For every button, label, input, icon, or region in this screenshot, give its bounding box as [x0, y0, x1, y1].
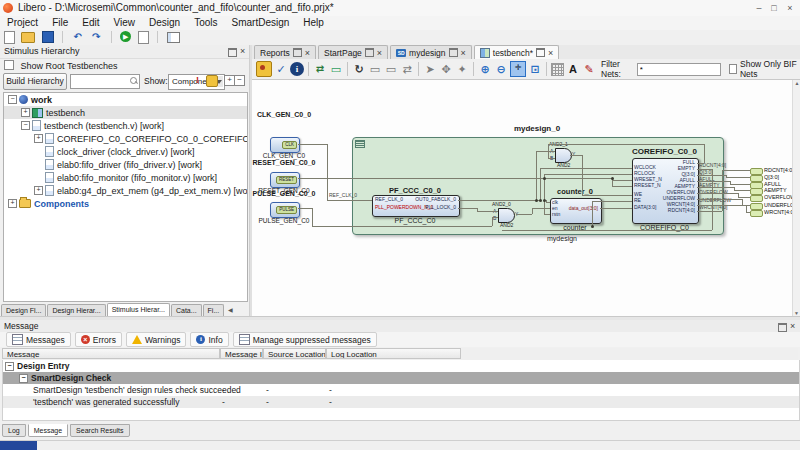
menu-design[interactable]: Design — [142, 16, 187, 30]
close-tab-icon[interactable]: × — [548, 49, 553, 57]
tree-item[interactable]: +clock_driver (clock_driver.v) [work] — [4, 145, 247, 158]
close-tab-icon[interactable]: × — [377, 49, 382, 57]
errors-filter[interactable]: ×Errors — [75, 332, 122, 347]
tree-expander-icon[interactable]: + — [34, 134, 43, 143]
tree-expander-icon[interactable]: + — [8, 199, 17, 208]
float-tab-icon[interactable] — [449, 48, 458, 57]
minimize-button[interactable]: – — [752, 2, 766, 14]
edit-net-icon[interactable]: ✎ — [582, 62, 596, 76]
output-pin[interactable] — [750, 168, 763, 175]
undo-icon[interactable]: ↶ — [72, 31, 84, 43]
report-icon[interactable] — [138, 31, 149, 44]
message-tab-searchresults[interactable]: Search Results — [70, 424, 129, 437]
tree-item[interactable]: +COREFIFO_C0_COREFIFO_C0_0_COREFIFO (COR… — [4, 132, 247, 145]
warnings-filter[interactable]: Warnings — [126, 332, 187, 347]
doc-tab-Reports[interactable]: Reports× — [254, 45, 316, 59]
tree-expander-icon[interactable]: + — [21, 108, 30, 117]
info-icon[interactable]: i — [290, 62, 304, 76]
zoom-selection-icon[interactable]: ⊡ — [528, 62, 542, 76]
generator-block[interactable]: PULSE — [270, 202, 300, 218]
messages-filter[interactable]: Messages — [6, 332, 71, 347]
message-tab-message[interactable]: Message — [28, 424, 68, 437]
close-panel-icon[interactable]: × — [240, 47, 245, 55]
tree-item[interactable]: +Components — [4, 197, 247, 210]
window-layout-icon[interactable] — [167, 32, 180, 43]
promote-pin-icon[interactable]: ▭ — [368, 62, 382, 76]
maximize-button[interactable]: □ — [767, 2, 781, 14]
doc-tab-StartPage[interactable]: StartPage× — [318, 45, 388, 59]
filter-nets-input[interactable] — [637, 63, 721, 76]
show-root-checkbox[interactable] — [4, 60, 14, 70]
tree-item[interactable]: +elab0:fifo_driver (fifo_driver.v) [work… — [4, 158, 247, 171]
canvas-vertical-scrollbar[interactable]: ▲ ▼ — [792, 80, 800, 316]
output-pin[interactable] — [750, 210, 763, 217]
tree-item[interactable]: +testbench — [4, 106, 247, 119]
message-row[interactable]: −Design Entry — [3, 360, 799, 372]
close-button[interactable]: × — [783, 2, 797, 14]
tab-scroll-left-icon[interactable]: ◀ — [228, 306, 233, 313]
menu-project[interactable]: Project — [0, 16, 45, 30]
generator-block[interactable]: CLK — [270, 137, 300, 153]
float-panel-icon[interactable] — [778, 323, 787, 332]
row-expander-icon[interactable]: − — [5, 362, 14, 371]
info-filter[interactable]: iInfo — [190, 332, 228, 347]
doc-tab-mydesign[interactable]: SDmydesign× — [390, 45, 472, 59]
tree-expander-icon[interactable]: − — [21, 121, 30, 130]
float-tab-icon[interactable] — [365, 48, 374, 57]
generate-component-icon[interactable] — [256, 61, 272, 77]
zoom-to-fit-icon[interactable]: ✛ — [510, 61, 526, 77]
stimulus-search-input[interactable] — [70, 74, 140, 89]
close-tab-icon[interactable]: × — [305, 49, 310, 57]
tree-item[interactable]: +elab0:g4_dp_ext_mem (g4_dp_ext_mem.v) [… — [4, 184, 247, 197]
expand-canvas-icon[interactable]: ✥ — [439, 62, 453, 76]
add-port-icon[interactable]: ⇄ — [400, 62, 414, 76]
menu-file[interactable]: File — [45, 16, 75, 30]
zoom-out-icon[interactable]: ⊖ — [494, 62, 508, 76]
output-pin[interactable] — [750, 188, 763, 195]
menu-view[interactable]: View — [106, 16, 142, 30]
auto-connect-icon[interactable]: ⇄ — [313, 62, 327, 76]
message-row[interactable]: SmartDesign 'testbench' design rules che… — [3, 384, 799, 396]
menu-edit[interactable]: Edit — [75, 16, 106, 30]
grid-icon[interactable] — [551, 63, 564, 76]
tree-expander-icon[interactable]: + — [34, 186, 43, 195]
message-row[interactable]: −SmartDesign Check — [3, 372, 799, 384]
build-refresh-icon[interactable] — [206, 75, 218, 87]
save-icon[interactable] — [42, 31, 54, 43]
tree-expander-icon[interactable]: − — [8, 95, 17, 104]
quick-connect-icon[interactable]: ▭ — [329, 62, 343, 76]
menu-smartdesign[interactable]: SmartDesign — [224, 16, 296, 30]
check-design-rules-icon[interactable]: ✓ — [274, 62, 288, 76]
zoom-in-icon[interactable]: ⊕ — [478, 62, 492, 76]
collapse-canvas-icon[interactable]: ✦ — [455, 62, 469, 76]
column-header[interactable]: Message ID — [220, 348, 263, 359]
float-panel-icon[interactable] — [228, 48, 237, 57]
manage-suppressed[interactable]: Manage suppressed messages — [233, 332, 377, 347]
generator-block[interactable]: RESET — [270, 172, 300, 188]
row-expander-icon[interactable]: − — [19, 374, 28, 383]
show-only-bif[interactable]: Show Only BIF Nets — [729, 59, 800, 79]
message-tab-log[interactable]: Log — [2, 424, 26, 437]
design-menu-icon[interactable] — [355, 140, 365, 148]
message-row[interactable]: 'testbench' was generated successfully--… — [3, 396, 799, 408]
tree-item[interactable]: −testbench (testbench.v) [work] — [4, 119, 247, 132]
redo-icon[interactable]: ↷ — [90, 31, 102, 43]
refresh-icon[interactable]: ↻ — [352, 62, 366, 76]
column-header[interactable]: Log Location — [326, 348, 461, 359]
panel-tab-stimulushierar[interactable]: Stimulus Hierar... — [107, 303, 170, 317]
error-filter-icon[interactable]: ! — [196, 75, 199, 85]
float-tab-icon[interactable] — [293, 48, 302, 57]
open-project-icon[interactable] — [21, 32, 35, 43]
add-text-icon[interactable]: A — [566, 62, 580, 76]
close-panel-icon[interactable]: × — [790, 322, 795, 330]
new-file-icon[interactable] — [4, 31, 15, 44]
demote-pin-icon[interactable]: ▭ — [384, 62, 398, 76]
tree-item[interactable]: +elab0:fifo_monitor (fifo_monitor.v) [wo… — [4, 171, 247, 184]
doc-tab-testbench[interactable]: testbench*× — [474, 45, 559, 59]
output-pin[interactable] — [750, 195, 763, 202]
bif-checkbox[interactable] — [729, 64, 737, 74]
menu-help[interactable]: Help — [296, 16, 331, 30]
scroll-up-icon[interactable]: ▲ — [793, 80, 800, 86]
and2-0-gate[interactable] — [498, 208, 515, 223]
column-header[interactable]: Source Location — [263, 348, 326, 359]
